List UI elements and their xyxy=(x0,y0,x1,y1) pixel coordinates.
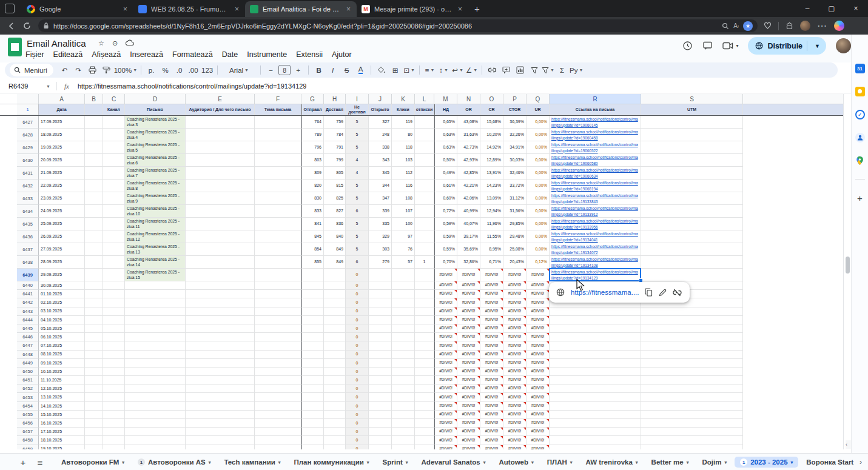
cell-J6452[interactable] xyxy=(369,384,392,393)
cell-D6456[interactable] xyxy=(125,419,186,428)
cell-R6434[interactable]: https://fitnessmama.school/notifications… xyxy=(550,205,641,218)
cell-D6446[interactable] xyxy=(125,333,186,341)
cell-I6428[interactable]: 5 xyxy=(346,129,369,141)
new-tab-button[interactable]: + xyxy=(474,4,480,14)
cell-I6434[interactable]: 6 xyxy=(346,205,369,218)
bold-button[interactable]: B xyxy=(312,64,325,76)
cell-J6432[interactable]: 344 xyxy=(369,180,392,192)
sheet-tab-menu-icon[interactable]: ▾ xyxy=(209,460,211,465)
cell-N6433[interactable]: 42,06% xyxy=(457,192,480,205)
browser-tab-3[interactable]: MMesaje primite (293) - otilia.nego× xyxy=(357,1,468,17)
cell-I6457[interactable]: 0 xyxy=(346,428,369,436)
cell-J6456[interactable] xyxy=(369,419,392,428)
column-header-S[interactable]: S xyxy=(641,94,743,104)
cell-F6454[interactable] xyxy=(255,402,301,411)
cell-E6454[interactable] xyxy=(186,402,255,411)
cell-E6457[interactable] xyxy=(186,428,255,436)
input-tools-button[interactable]: Ру▼ xyxy=(570,64,583,76)
cell-J6443[interactable] xyxy=(369,307,392,316)
cell-L6449[interactable] xyxy=(415,359,434,368)
cell-Q6444[interactable]: #DIV/0! xyxy=(527,316,550,324)
cell-P6456[interactable]: #DIV/0! xyxy=(503,419,527,428)
cell-F6452[interactable] xyxy=(255,384,301,393)
cell-P6449[interactable]: #DIV/0! xyxy=(503,359,527,368)
cell-I6433[interactable]: 5 xyxy=(346,192,369,205)
cell-N6435[interactable]: 40,07% xyxy=(457,218,480,230)
cell-Q6453[interactable]: #DIV/0! xyxy=(527,393,550,401)
row-header-6457[interactable]: 6457 xyxy=(17,428,39,436)
cell-O6445[interactable]: #DIV/0! xyxy=(480,324,503,333)
cell-L6430[interactable] xyxy=(415,154,434,167)
header-cell-I[interactable]: Не доставл xyxy=(346,104,369,115)
row-header-6451[interactable]: 6451 xyxy=(17,376,39,384)
row-header-6459[interactable]: 6459 xyxy=(17,445,39,449)
get-addons-icon[interactable]: + xyxy=(855,193,865,203)
cell-A6446[interactable]: 06.10.2025 xyxy=(39,333,85,341)
cell-A6437[interactable]: 27.09.2025 xyxy=(39,243,85,256)
cell-L6437[interactable] xyxy=(415,243,434,256)
meet-icon[interactable]: ▾ xyxy=(722,42,738,50)
cell-R6454[interactable] xyxy=(550,402,641,411)
cell-R6430[interactable]: https://fitnessmama.school/notifications… xyxy=(550,154,641,167)
cell-E6444[interactable] xyxy=(186,316,255,324)
cell-G6454[interactable] xyxy=(301,402,324,411)
cell-R6429[interactable]: https://fitnessmama.school/notifications… xyxy=(550,141,641,154)
cell-B6445[interactable] xyxy=(85,324,103,333)
sheet-tab-воронка-start[interactable]: Воронка Start xyxy=(801,457,859,468)
close-tab-icon[interactable]: × xyxy=(457,5,463,13)
cell-G6457[interactable] xyxy=(301,428,324,436)
sheet-tab-2023---2025[interactable]: 12023 - 2025▾ xyxy=(735,457,798,468)
cell-R6457[interactable] xyxy=(550,428,641,436)
cell-O6443[interactable]: #DIV/0! xyxy=(480,307,503,316)
cell-M6450[interactable]: #DIV/0! xyxy=(434,368,457,376)
cell-I6443[interactable]: 0 xyxy=(346,307,369,316)
cell-C6430[interactable] xyxy=(103,154,125,167)
cell-H6430[interactable]: 799 xyxy=(324,154,346,167)
text-wrap-icon[interactable]: ↩▼ xyxy=(451,64,464,76)
cell-R6433[interactable]: https://fitnessmama.school/notifications… xyxy=(550,192,641,205)
star-icon[interactable]: ☆ xyxy=(98,39,104,47)
row-header-6447[interactable]: 6447 xyxy=(17,341,39,350)
cell-F6447[interactable] xyxy=(255,341,301,350)
menu-instrumente[interactable]: Instrumente xyxy=(247,50,287,59)
filter-views-icon[interactable]: ▼ xyxy=(542,64,554,76)
cell-I6442[interactable]: 0 xyxy=(346,298,369,307)
cell-R6448[interactable] xyxy=(550,351,641,359)
italic-button[interactable]: I xyxy=(326,64,339,76)
cell-O6439[interactable]: #DIV/0! xyxy=(480,269,503,281)
cell-A6432[interactable]: 22.09.2025 xyxy=(39,180,85,192)
cell-N6432[interactable]: 42,21% xyxy=(457,180,480,192)
cell-M6456[interactable]: #DIV/0! xyxy=(434,419,457,428)
cell-Q6432[interactable]: 0,00% xyxy=(527,180,550,192)
cell-L6453[interactable] xyxy=(415,393,434,401)
format-percent-button[interactable]: % xyxy=(159,64,172,76)
cell-S6458[interactable] xyxy=(641,436,743,445)
cell-L6450[interactable] xyxy=(415,368,434,376)
cell-H6439[interactable] xyxy=(324,269,346,281)
cell-R6447[interactable] xyxy=(550,341,641,350)
cell-P6428[interactable]: 32,26% xyxy=(503,129,527,141)
row-header-6446[interactable]: 6446 xyxy=(17,333,39,341)
vertical-align-icon[interactable]: ↕▼ xyxy=(437,64,450,76)
cell-D6432[interactable]: Coaching Renasterea 2025 - ziua 8 xyxy=(125,180,186,192)
cell-O6431[interactable]: 13,91% xyxy=(480,167,503,180)
cell-B6435[interactable] xyxy=(85,218,103,230)
cell-B6442[interactable] xyxy=(85,298,103,307)
cell-N6453[interactable]: #DIV/0! xyxy=(457,393,480,401)
cell-K6428[interactable]: 80 xyxy=(392,129,415,141)
cell-M6436[interactable]: 0,59% xyxy=(434,230,457,243)
cell-F6448[interactable] xyxy=(255,351,301,359)
cell-M6440[interactable]: #DIV/0! xyxy=(434,281,457,290)
cell-G6441[interactable] xyxy=(301,290,324,298)
functions-button[interactable]: Σ xyxy=(556,64,568,76)
header-cell-F[interactable]: Тема письма xyxy=(255,104,301,115)
row-header-6438[interactable]: 6438 xyxy=(17,256,39,269)
cell-I6440[interactable]: 0 xyxy=(346,281,369,290)
cell-R6455[interactable] xyxy=(550,411,641,419)
cell-M6441[interactable]: #DIV/0! xyxy=(434,290,457,298)
cell-D6442[interactable] xyxy=(125,298,186,307)
cell-R6449[interactable] xyxy=(550,359,641,368)
cell-B6452[interactable] xyxy=(85,384,103,393)
text-color-button[interactable]: A xyxy=(354,64,367,76)
cell-M6442[interactable]: #DIV/0! xyxy=(434,298,457,307)
